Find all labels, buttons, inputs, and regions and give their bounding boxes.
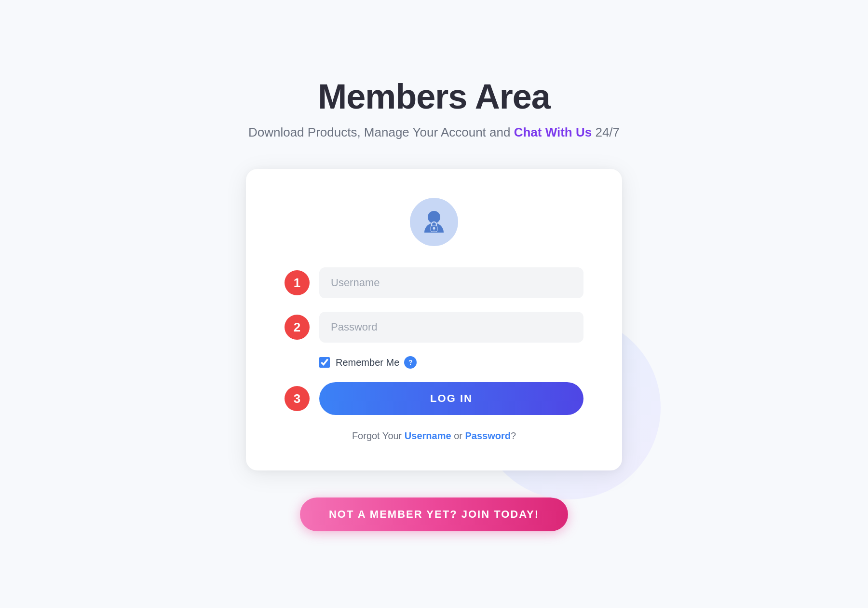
subtitle-before: Download Products, Manage Your Account a…: [248, 125, 511, 139]
page-container: Members Area Download Products, Manage Y…: [0, 57, 868, 551]
remember-me-checkbox[interactable]: [319, 357, 330, 368]
step-1-badge: 1: [285, 270, 310, 295]
remember-me-label: Remember Me: [336, 357, 399, 368]
login-button[interactable]: LOG IN: [319, 382, 583, 415]
login-card: 1 2 Remember Me ? 3 LOG IN Forgot You: [246, 169, 622, 470]
username-row: 1: [285, 267, 583, 298]
forgot-text: Forgot Your Username or Password?: [352, 430, 516, 442]
forgot-or: or: [454, 430, 462, 441]
join-button[interactable]: NOT A MEMBER YET? JOIN TODAY!: [300, 497, 568, 531]
forgot-question: ?: [511, 430, 516, 441]
password-row: 2: [285, 312, 583, 343]
step-2-badge: 2: [285, 315, 310, 340]
help-icon[interactable]: ?: [404, 356, 417, 369]
forgot-before: Forgot Your: [352, 430, 402, 441]
card-wrapper: 1 2 Remember Me ? 3 LOG IN Forgot You: [246, 169, 622, 470]
forgot-username-link[interactable]: Username: [405, 430, 451, 441]
login-row: 3 LOG IN: [285, 382, 583, 415]
user-lock-icon: [420, 207, 448, 236]
remember-me-row: Remember Me ?: [285, 356, 583, 369]
avatar: [410, 198, 458, 246]
password-input[interactable]: [319, 312, 583, 343]
svg-rect-3: [434, 229, 434, 231]
username-input[interactable]: [319, 267, 583, 298]
page-title: Members Area: [318, 77, 550, 116]
step-3-badge: 3: [285, 386, 310, 411]
forgot-password-link[interactable]: Password: [465, 430, 511, 441]
subtitle-after: 24/7: [595, 125, 620, 139]
subtitle: Download Products, Manage Your Account a…: [248, 125, 620, 140]
chat-with-us-link[interactable]: Chat With Us: [514, 125, 592, 139]
